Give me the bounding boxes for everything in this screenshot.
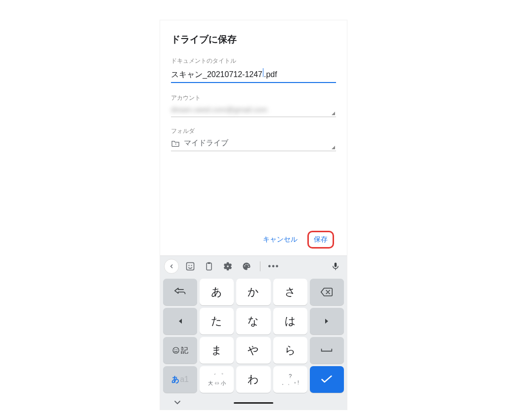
document-title-value-prefix: スキャン_20210712-1247 bbox=[171, 70, 262, 80]
keyboard-toolbar: ••• bbox=[160, 256, 347, 277]
arrow-right-icon bbox=[323, 318, 330, 325]
key-emoji-symbol[interactable]: 記 bbox=[163, 337, 197, 364]
svg-point-8 bbox=[246, 264, 247, 265]
svg-rect-11 bbox=[335, 263, 337, 267]
chevron-left-icon bbox=[169, 263, 174, 269]
key-cursor-left[interactable] bbox=[163, 308, 197, 335]
text-cursor bbox=[263, 68, 263, 77]
key-ka[interactable]: か bbox=[236, 279, 270, 305]
space-icon bbox=[321, 347, 333, 353]
key-ya[interactable]: や bbox=[236, 337, 270, 364]
phone-frame: ドライブに保存 ドキュメントのタイトル スキャン_20210712-1247 .… bbox=[160, 20, 347, 410]
svg-point-10 bbox=[248, 266, 249, 267]
key-enter[interactable] bbox=[310, 366, 344, 393]
svg-point-0 bbox=[175, 143, 176, 144]
key-ta[interactable]: た bbox=[200, 308, 234, 335]
cancel-button[interactable]: キャンセル bbox=[259, 232, 301, 247]
kbd-settings-button[interactable] bbox=[220, 259, 235, 274]
account-label: アカウント bbox=[171, 94, 336, 102]
gear-icon bbox=[223, 261, 233, 271]
folder-label: フォルダ bbox=[171, 127, 336, 135]
key-ha[interactable]: は bbox=[273, 308, 307, 335]
dialog-title: ドライブに保存 bbox=[171, 33, 336, 46]
svg-point-15 bbox=[176, 349, 177, 350]
keyboard-keys: あ か さ た な は 記 ま や ら あa1 ゛ ゜ bbox=[160, 277, 347, 396]
key-wa[interactable]: わ bbox=[236, 366, 270, 393]
key-sa[interactable]: さ bbox=[273, 279, 307, 305]
mic-icon bbox=[331, 262, 340, 271]
arrow-left-icon bbox=[177, 318, 184, 325]
svg-point-3 bbox=[191, 265, 192, 266]
save-button-highlight: 保存 bbox=[307, 231, 334, 249]
document-title-value-suffix: .pdf bbox=[264, 70, 277, 79]
backspace-icon bbox=[320, 287, 333, 297]
document-title-field[interactable]: ドキュメントのタイトル スキャン_20210712-1247 .pdf bbox=[171, 57, 336, 94]
kbd-clipboard-button[interactable] bbox=[202, 259, 216, 274]
svg-rect-1 bbox=[187, 263, 194, 270]
svg-point-14 bbox=[174, 349, 175, 350]
key-cursor-right[interactable] bbox=[310, 308, 344, 335]
svg-rect-4 bbox=[207, 263, 211, 270]
save-button[interactable]: 保存 bbox=[313, 234, 329, 245]
key-backspace[interactable] bbox=[310, 279, 344, 305]
svg-point-7 bbox=[244, 265, 245, 266]
check-icon bbox=[321, 375, 333, 384]
key-undo[interactable] bbox=[163, 279, 197, 305]
mode-label: あa1 bbox=[171, 375, 189, 385]
key-a[interactable]: あ bbox=[200, 279, 234, 305]
folder-value: マイドライブ bbox=[184, 138, 228, 148]
toolbar-separator bbox=[260, 261, 260, 271]
more-icon: ••• bbox=[268, 262, 280, 271]
clipboard-icon bbox=[204, 261, 214, 271]
kbd-mic-button[interactable] bbox=[328, 259, 343, 274]
account-value: dream.seed.com@gmail.com bbox=[171, 105, 336, 114]
account-field[interactable]: アカウント dream.seed.com@gmail.com bbox=[171, 94, 336, 127]
nav-handle[interactable] bbox=[234, 402, 273, 404]
kbd-more-button[interactable]: ••• bbox=[266, 259, 281, 274]
nav-bar bbox=[160, 396, 347, 410]
key-na[interactable]: な bbox=[236, 308, 270, 335]
key-input-mode[interactable]: あa1 bbox=[163, 366, 197, 393]
palette-icon bbox=[242, 261, 252, 271]
folder-icon bbox=[171, 140, 180, 147]
key-punctuation[interactable]: ? 。 、 ⸰ ! bbox=[273, 366, 307, 393]
kbd-sticker-button[interactable] bbox=[183, 259, 198, 274]
sticker-icon bbox=[185, 261, 195, 271]
save-dialog: ドライブに保存 ドキュメントのタイトル スキャン_20210712-1247 .… bbox=[160, 20, 347, 255]
svg-point-9 bbox=[247, 264, 248, 265]
undo-icon bbox=[174, 288, 187, 296]
svg-rect-5 bbox=[208, 262, 211, 264]
document-title-label: ドキュメントのタイトル bbox=[171, 57, 336, 65]
dropdown-handle-icon bbox=[332, 112, 335, 115]
dialog-actions: キャンセル 保存 bbox=[171, 226, 336, 255]
dropdown-handle-icon bbox=[332, 146, 335, 149]
kbd-collapse-button[interactable] bbox=[164, 259, 179, 274]
folder-field[interactable]: フォルダ マイドライブ bbox=[171, 127, 336, 161]
key-diacritic[interactable]: ゛ ゜ 大 ⇔ 小 bbox=[200, 366, 234, 393]
kbd-palette-button[interactable] bbox=[239, 259, 254, 274]
emoji-symbol-label: 記 bbox=[172, 346, 188, 355]
svg-point-2 bbox=[188, 265, 189, 266]
key-ra[interactable]: ら bbox=[273, 337, 307, 364]
keyboard: ••• あ か さ た な は 記 ま や ら bbox=[160, 255, 347, 410]
key-space[interactable] bbox=[310, 337, 344, 364]
punct-label: ? 。 、 ⸰ ! bbox=[282, 373, 299, 386]
svg-point-13 bbox=[173, 347, 179, 353]
kbd-hide-button[interactable] bbox=[174, 399, 181, 407]
key-ma[interactable]: ま bbox=[200, 337, 234, 364]
diacritic-label: ゛ ゜ 大 ⇔ 小 bbox=[208, 373, 226, 386]
